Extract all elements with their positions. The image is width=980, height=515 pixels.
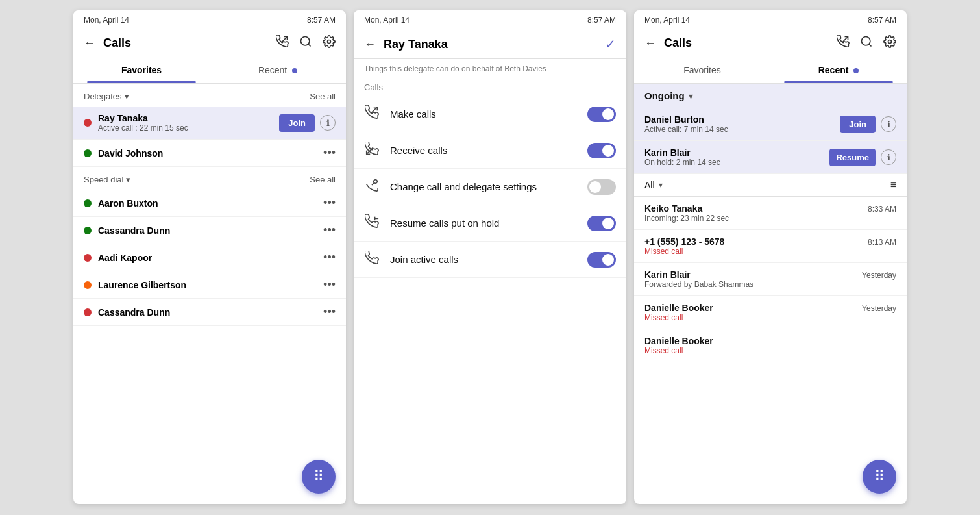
middle-date: Mon, April 14 (364, 16, 410, 25)
middle-receive-calls-label: Receive calls (390, 145, 587, 156)
left-ray-info: Ray Tanaka Active call : 22 min 15 sec (98, 113, 279, 132)
left-cassandra2-info: Cassandra Dunn (98, 307, 318, 318)
middle-check-icon[interactable]: ✓ (605, 36, 616, 52)
right-daniel-join-button[interactable]: Join (840, 116, 876, 133)
left-speeddial-title[interactable]: Speed dial ▾ (84, 175, 130, 184)
middle-screen: Mon, April 14 8:57 AM ← Ray Tanaka ✓ Thi… (354, 10, 626, 504)
left-aaron-more[interactable]: ••• (323, 196, 336, 210)
left-cassandra1-more[interactable]: ••• (323, 223, 336, 237)
left-delegates-title[interactable]: Delegates ▾ (84, 92, 129, 101)
left-speeddial-aaron[interactable]: Aaron Buxton ••• (73, 190, 346, 217)
right-recent-danielle2[interactable]: Danielle Booker Missed call (634, 329, 907, 362)
left-delegate-david[interactable]: David Johnson ••• (73, 140, 346, 167)
right-back-arrow[interactable]: ← (644, 36, 656, 50)
right-recent-danielle1[interactable]: Danielle Booker Missed call Yesterday (634, 296, 907, 329)
middle-make-calls-label: Make calls (390, 108, 587, 119)
left-david-more-icon[interactable]: ••• (323, 146, 336, 160)
right-karinb-name: Karin Blair (644, 270, 862, 280)
left-ray-info-icon[interactable]: ℹ (320, 115, 336, 131)
right-all-label[interactable]: All (644, 180, 655, 190)
left-fab-icon: ⠿ (313, 468, 325, 485)
right-karin-sub: On hold: 2 min 14 sec (644, 158, 829, 167)
middle-resume-toggle[interactable] (587, 216, 616, 231)
right-karin-resume-button[interactable]: Resume (829, 149, 876, 166)
left-tab-recent-dot (292, 68, 297, 73)
middle-make-calls-toggle[interactable] (587, 107, 616, 122)
left-david-name: David Johnson (98, 148, 318, 158)
middle-back-arrow[interactable]: ← (364, 38, 376, 51)
middle-settings-toggle[interactable] (587, 179, 616, 195)
right-tab-recent[interactable]: Recent (770, 57, 907, 83)
left-speeddial-see-all[interactable]: See all (310, 175, 336, 184)
right-tab-favorites[interactable]: Favorites (634, 57, 770, 83)
left-david-info: David Johnson (98, 148, 318, 158)
right-daniel-info: Daniel Burton Active call: 7 min 14 sec (644, 114, 840, 134)
left-aaron-dot (84, 199, 92, 207)
middle-receive-calls-toggle[interactable] (587, 143, 616, 158)
right-ongoing-title: Ongoing (644, 90, 685, 101)
left-cassandra1-name: Cassandra Dunn (98, 225, 318, 236)
right-recent-keiko[interactable]: Keiko Tanaka Incoming: 23 min 22 sec 8:3… (634, 197, 907, 230)
left-aaron-name: Aaron Buxton (98, 198, 318, 208)
middle-perm-settings: Change call and delegate settings (354, 169, 626, 205)
middle-receive-calls-icon (364, 142, 380, 159)
left-ray-sub: Active call : 22 min 15 sec (98, 123, 279, 132)
middle-perm-receive-calls: Receive calls (354, 132, 626, 169)
right-karin-info-icon[interactable]: ℹ (881, 149, 896, 165)
middle-subtitle: Things this delegate can do on behalf of… (354, 59, 626, 76)
left-speeddial-laurence[interactable]: Laurence Gilbertson ••• (73, 271, 346, 299)
left-back-arrow[interactable]: ← (84, 36, 95, 50)
left-date: Mon, April 14 (84, 16, 129, 25)
left-speeddial-aadi[interactable]: Aadi Kapoor ••• (73, 244, 346, 271)
middle-title: Ray Tanaka (384, 38, 605, 51)
right-karin-row[interactable]: Karin Blair On hold: 2 min 14 sec Resume… (634, 141, 907, 174)
right-screen: Mon, April 14 8:57 AM ← Calls (634, 10, 907, 504)
svg-line-11 (869, 44, 872, 47)
left-ray-join-button[interactable]: Join (279, 114, 315, 132)
right-settings-icon[interactable] (883, 35, 896, 51)
right-phone-name: +1 (555) 123 - 5678 (644, 236, 868, 247)
left-laurence-more[interactable]: ••• (323, 278, 336, 292)
left-speeddial-cassandra2[interactable]: Cassandra Dunn ••• (73, 299, 346, 326)
right-daniel-info-icon[interactable]: ℹ (881, 116, 896, 132)
left-laurence-dot (84, 281, 92, 289)
right-search-icon[interactable] (860, 35, 873, 51)
left-status-bar: Mon, April 14 8:57 AM (73, 10, 346, 30)
svg-point-6 (374, 180, 378, 184)
right-daniel-sub: Active call: 7 min 14 sec (644, 125, 840, 134)
left-tab-recent[interactable]: Recent (210, 57, 346, 83)
right-daniel-row[interactable]: Daniel Burton Active call: 7 min 14 sec … (634, 108, 907, 141)
middle-resume-label: Resume calls put on hold (390, 218, 587, 229)
right-all-chevron[interactable]: ▾ (659, 181, 663, 190)
right-recent-phone[interactable]: +1 (555) 123 - 5678 Missed call 8:13 AM (634, 230, 907, 263)
right-tab-recent-dot (853, 68, 859, 73)
right-fab[interactable]: ⠿ (863, 460, 896, 494)
right-all-filter: All ▾ ≡ (634, 174, 907, 197)
right-top-nav: ← Calls (634, 30, 907, 57)
middle-join-label: Join active calls (390, 254, 587, 265)
left-aaron-info: Aaron Buxton (98, 198, 318, 208)
left-cassandra2-more[interactable]: ••• (323, 305, 336, 319)
left-tab-favorites[interactable]: Favorites (73, 57, 210, 83)
right-keiko-sub: Incoming: 23 min 22 sec (644, 214, 868, 223)
left-search-icon[interactable] (299, 35, 312, 51)
left-fab[interactable]: ⠿ (302, 460, 336, 494)
left-delegate-ray[interactable]: Ray Tanaka Active call : 22 min 15 sec J… (73, 107, 346, 140)
right-recent-karin[interactable]: Karin Blair Forwarded by Babak Shammas Y… (634, 263, 907, 296)
right-karin-info: Karin Blair On hold: 2 min 14 sec (644, 147, 829, 167)
right-phone-icon[interactable] (837, 35, 850, 51)
right-keiko-info: Keiko Tanaka Incoming: 23 min 22 sec (644, 203, 868, 223)
right-filter-icon[interactable]: ≡ (890, 179, 896, 191)
left-settings-icon[interactable] (323, 35, 336, 51)
right-ongoing-section: Ongoing ▾ Daniel Burton Active call: 7 m… (634, 84, 907, 174)
left-delegates-see-all[interactable]: See all (310, 92, 336, 101)
middle-join-toggle[interactable] (587, 252, 616, 268)
right-karin-name: Karin Blair (644, 147, 829, 158)
left-phone-icon[interactable] (276, 35, 289, 51)
left-tabs: Favorites Recent (73, 57, 346, 84)
right-phone-info: +1 (555) 123 - 5678 Missed call (644, 236, 868, 256)
left-aadi-more[interactable]: ••• (323, 251, 336, 264)
right-date: Mon, April 14 (644, 16, 690, 25)
left-cassandra1-info: Cassandra Dunn (98, 225, 318, 236)
left-speeddial-cassandra1[interactable]: Cassandra Dunn ••• (73, 217, 346, 244)
